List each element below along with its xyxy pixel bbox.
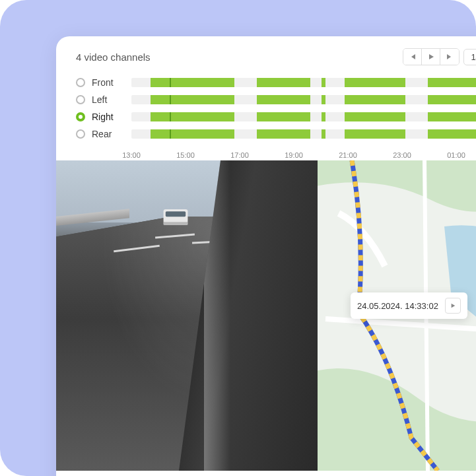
axis-tick: 13:00 (122, 151, 141, 159)
play-icon (450, 303, 456, 308)
recording-segment (322, 129, 325, 139)
recording-segment (345, 78, 405, 87)
channel-label[interactable]: Right (92, 112, 131, 122)
playhead[interactable] (170, 78, 171, 87)
channel-row: Rear (76, 126, 476, 142)
vehicle (164, 209, 188, 225)
playhead[interactable] (170, 95, 171, 104)
map-tooltip: 24.05.2024. 14:33:02 (351, 292, 467, 319)
recording-segment (345, 129, 405, 139)
map-play-button[interactable] (445, 298, 461, 314)
recording-segment (151, 112, 234, 121)
playback-button-group (403, 48, 459, 65)
skip-forward-icon (446, 53, 453, 60)
recording-segment (345, 95, 405, 104)
app-panel: 4 video channels 14:33:02 FrontLeftRight… (56, 36, 476, 476)
channel-radio[interactable] (76, 112, 85, 121)
skip-back-button[interactable] (403, 49, 422, 65)
recording-segment (322, 78, 325, 87)
recording-segment (428, 129, 476, 139)
playhead[interactable] (170, 129, 171, 139)
recording-segment (257, 112, 310, 121)
recording-segment (151, 95, 234, 104)
recording-segment (345, 112, 405, 121)
recording-segment (322, 112, 325, 121)
channel-row: Front (76, 75, 476, 90)
playback-controls: 14:33:02 (403, 48, 476, 65)
axis-tick: 21:00 (339, 151, 357, 159)
axis-tick: 15:00 (176, 151, 195, 159)
recording-segment (257, 129, 310, 139)
recording-segment (322, 95, 325, 104)
media-row: 24.05.2024. 14:33:02 (56, 160, 476, 471)
recording-segment (257, 78, 310, 87)
channel-track[interactable] (131, 129, 476, 139)
recording-segment (151, 78, 234, 87)
channel-label[interactable]: Left (92, 94, 131, 105)
channel-row: Left (76, 92, 476, 108)
channel-radio[interactable] (76, 95, 85, 104)
channel-radio[interactable] (76, 129, 85, 139)
channel-radio[interactable] (76, 78, 85, 87)
video-pane[interactable] (56, 160, 318, 471)
axis-tick: 17:00 (230, 151, 249, 159)
recording-segment (151, 129, 234, 139)
channel-track[interactable] (131, 95, 476, 104)
axis-tick: 23:00 (393, 151, 411, 159)
channel-list: FrontLeftRightRear (56, 75, 476, 149)
playhead[interactable] (170, 112, 171, 121)
header: 4 video channels 14:33:02 (56, 36, 476, 75)
channels-title: 4 video channels (76, 51, 151, 63)
recording-segment (428, 95, 476, 104)
axis-tick: 19:00 (285, 151, 303, 159)
channel-track[interactable] (131, 112, 476, 121)
recording-segment (428, 112, 476, 121)
map-tooltip-label: 24.05.2024. 14:33:02 (357, 301, 438, 311)
recording-segment (257, 95, 310, 104)
time-axis: 13:0015:0017:0019:0021:0023:0001:00 (56, 149, 476, 160)
current-time[interactable]: 14:33:02 (463, 49, 476, 65)
play-icon (428, 53, 434, 60)
map-pane[interactable]: 24.05.2024. 14:33:02 (318, 160, 476, 471)
skip-forward-button[interactable] (440, 49, 459, 65)
recording-segment (428, 78, 476, 87)
channel-track[interactable] (131, 78, 476, 87)
channel-label[interactable]: Front (92, 77, 131, 88)
play-button[interactable] (422, 49, 440, 65)
channel-label[interactable]: Rear (92, 129, 131, 139)
skip-back-icon (409, 53, 416, 60)
axis-tick: 01:00 (447, 151, 465, 159)
channel-row: Right (76, 109, 476, 125)
